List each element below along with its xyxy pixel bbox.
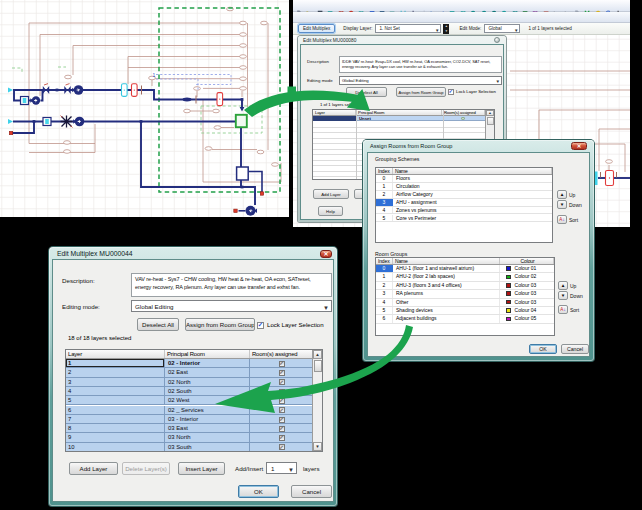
- delete-layers-button[interactable]: Delete Layer(s): [122, 462, 170, 475]
- component-red-icon[interactable]: [338, 2, 344, 8]
- table-row[interactable]: 6Adjacent buildingsColour 05: [376, 315, 554, 323]
- arc-tool-icon[interactable]: [354, 14, 360, 20]
- rg-down-button[interactable]: ▼: [558, 291, 568, 300]
- editing-mode-select[interactable]: Global Editing▼: [339, 76, 502, 85]
- arrow-right-icon[interactable]: [439, 2, 445, 8]
- gs-sort-button[interactable]: A↓: [557, 215, 567, 224]
- assigned-checkbox[interactable]: ✓: [279, 435, 285, 441]
- flag-icon[interactable]: [515, 14, 521, 20]
- curve-tool-icon[interactable]: [363, 14, 369, 20]
- close-icon[interactable]: ✕: [571, 142, 587, 150]
- plus-tool-icon[interactable]: [392, 14, 398, 20]
- description-field[interactable]: IDDE VAV re-heat: Evap+DX cool, HW re-he…: [339, 56, 502, 73]
- table-row[interactable]: 0AHU-1 (floor 1 and stairwell atrium)Col…: [376, 265, 554, 273]
- component-mixed-icon[interactable]: [358, 2, 364, 8]
- table-row[interactable]: 3AHU - assignment: [376, 199, 552, 207]
- hvac-schematic-canvas[interactable]: 1: [0, 0, 289, 217]
- component-teal-icon[interactable]: [327, 2, 333, 8]
- scroll-up-icon[interactable]: ▲: [313, 350, 322, 359]
- lock-layer-selection-checkbox[interactable]: ✓: [448, 89, 454, 95]
- layer-row[interactable]: 502 West✓: [66, 396, 313, 405]
- table-row[interactable]: 4OtherColour 03: [376, 299, 554, 307]
- assign-from-room-group-button[interactable]: Assign from Room Group: [396, 87, 446, 97]
- close-icon[interactable]: [494, 37, 500, 43]
- elbow-tool-icon[interactable]: [382, 14, 388, 20]
- assigned-checkbox[interactable]: ✓: [279, 379, 285, 385]
- zone-icon[interactable]: [348, 2, 354, 8]
- sim-blue-icon[interactable]: [605, 2, 611, 8]
- layer-spinner[interactable]: ▲▼: [443, 24, 449, 34]
- sphere-icon[interactable]: [470, 2, 476, 8]
- fitting3-icon[interactable]: [421, 14, 427, 20]
- deselect-all-button[interactable]: Deselect All: [346, 87, 387, 97]
- ref-icon[interactable]: [497, 14, 503, 20]
- gs-down-button[interactable]: ▼: [557, 200, 567, 209]
- component-blue-icon[interactable]: [369, 2, 375, 8]
- arrow-left-icon[interactable]: [429, 2, 435, 8]
- layers-table[interactable]: Layer Principal Room Room(s) assigned 10…: [65, 349, 323, 452]
- link-icon[interactable]: [553, 2, 559, 8]
- move-down-icon[interactable]: [325, 14, 331, 20]
- add-layer-button[interactable]: Add Layer: [313, 189, 349, 199]
- fitting5-icon[interactable]: [440, 14, 446, 20]
- move-right-icon[interactable]: [306, 14, 312, 20]
- lock-layer-selection-checkbox[interactable]: ✓: [257, 322, 264, 329]
- assigned-checkbox[interactable]: ✓: [279, 407, 285, 413]
- layer-row[interactable]: 102 - Interior✓: [66, 359, 313, 368]
- assign-from-room-group-button[interactable]: Assign from Room Group: [185, 318, 255, 331]
- damper-tool-icon[interactable]: [532, 2, 538, 8]
- node-tool-icon[interactable]: [344, 14, 350, 20]
- layer-row-selected[interactable]: Unset: [313, 116, 485, 122]
- scurve-tool-icon[interactable]: [373, 14, 379, 20]
- table-row[interactable]: 1AHU-2 (floor 2 lab spaces)Colour 02: [376, 273, 554, 281]
- deselect-all-button[interactable]: Deselect All: [137, 318, 179, 331]
- fitting4-icon[interactable]: [430, 14, 436, 20]
- new-document-icon[interactable]: [296, 2, 302, 8]
- minus-tool-icon[interactable]: [334, 14, 340, 20]
- ok-button[interactable]: OK: [529, 344, 557, 354]
- layer-row[interactable]: 602 _ Services✓: [66, 406, 313, 415]
- layer-row[interactable]: 703 - Interior✓: [66, 415, 313, 424]
- table-row[interactable]: 5Core vs Perimeter: [376, 215, 552, 223]
- layer-row[interactable]: 202 East✓: [66, 368, 313, 377]
- fitting1-icon[interactable]: [402, 14, 408, 20]
- palette-icon[interactable]: [595, 2, 601, 8]
- description-field[interactable]: VAV re-heat - Sys7 - CHW cooling, HW hea…: [131, 273, 332, 297]
- layer-row[interactable]: 903 North✓: [66, 433, 313, 442]
- assigned-checkbox[interactable]: ✓: [279, 389, 285, 395]
- add-insert-count-select[interactable]: 1▼: [266, 462, 297, 474]
- grouping-schemes-table[interactable]: Index Name 0Floors1Circulation2Airflow C…: [375, 167, 553, 243]
- cancel-button[interactable]: Cancel: [561, 344, 589, 354]
- table-row[interactable]: 2Airflow Category: [376, 191, 552, 199]
- scroll-up-icon[interactable]: ▲: [486, 110, 494, 116]
- gs-up-button[interactable]: ▲: [557, 190, 567, 199]
- editing-mode-select[interactable]: Global Editing▼: [131, 300, 332, 312]
- layer-row[interactable]: 402 South✓: [66, 387, 313, 396]
- save-icon[interactable]: [317, 2, 323, 8]
- layers-icon[interactable]: [389, 2, 395, 8]
- fitting7-icon[interactable]: [459, 14, 465, 20]
- scroll-down-icon[interactable]: ▼: [313, 442, 322, 451]
- table-row[interactable]: 1Circulation: [376, 183, 552, 191]
- coil-tool-icon[interactable]: [512, 2, 518, 8]
- move-left-icon[interactable]: [296, 14, 302, 20]
- table-row[interactable]: 4Zones vs plenums: [376, 207, 552, 215]
- window-icon[interactable]: [574, 2, 580, 8]
- fan-tool-icon[interactable]: [501, 2, 507, 8]
- ok-button[interactable]: OK: [238, 485, 279, 498]
- scroll-thumb[interactable]: [487, 117, 494, 125]
- layer-row[interactable]: 1003 South✓: [66, 443, 313, 452]
- rg-up-button[interactable]: ▲: [558, 281, 568, 290]
- fitting2-icon[interactable]: [411, 14, 417, 20]
- cursor-icon[interactable]: [410, 2, 416, 8]
- node-icon[interactable]: [449, 2, 455, 8]
- percent-icon[interactable]: [488, 14, 494, 20]
- assigned-checkbox[interactable]: ✓: [279, 426, 285, 432]
- run-dark-icon[interactable]: [615, 2, 621, 8]
- edit-mode-select[interactable]: Global▼: [484, 24, 520, 33]
- rg-sort-button[interactable]: A↓: [558, 305, 568, 314]
- fitting6-icon[interactable]: [450, 14, 456, 20]
- probe-icon[interactable]: [400, 2, 406, 8]
- display-layer-select[interactable]: 1. Not Set▼: [375, 24, 441, 33]
- sensor2-icon[interactable]: [478, 14, 484, 20]
